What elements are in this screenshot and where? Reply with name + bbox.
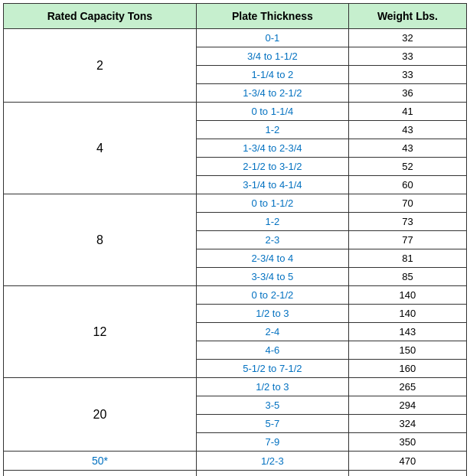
thickness-cell: 4-6: [196, 341, 348, 360]
weight-cell: 140: [348, 286, 466, 305]
thickness-cell: 2-1/2 to 3-1/2: [196, 158, 348, 176]
header-thickness: Plate Thickness: [196, 4, 348, 29]
weight-cell: 43: [348, 139, 466, 158]
thickness-cell: 0 to 2-1/2: [196, 286, 348, 305]
thickness-cell: 1-3/4 to 2-1/2: [196, 84, 348, 103]
weight-cell: 73: [348, 213, 466, 231]
table-row: 100*1/2-31350: [4, 471, 467, 477]
thickness-cell: 0 to 1-1/2: [196, 194, 348, 213]
capacity-table: Rated Capacity Tons Plate Thickness Weig…: [3, 3, 467, 476]
weight-cell: 265: [348, 378, 466, 396]
thickness-cell: 0-1: [196, 29, 348, 47]
weight-cell: 32: [348, 29, 466, 47]
capacity-cell: 8: [4, 194, 197, 286]
thickness-cell: 7-9: [196, 433, 348, 452]
thickness-cell: 1/2-3: [196, 452, 348, 471]
table-row: 120 to 2-1/2140: [4, 286, 467, 305]
capacity-cell: 20: [4, 378, 197, 452]
thickness-cell: 1-2: [196, 213, 348, 231]
weight-cell: 33: [348, 66, 466, 84]
weight-cell: 60: [348, 176, 466, 194]
weight-cell: 77: [348, 231, 466, 249]
weight-cell: 70: [348, 194, 466, 213]
capacity-cell: 12: [4, 286, 197, 378]
thickness-cell: 3/4 to 1-1/2: [196, 47, 348, 66]
weight-cell: 81: [348, 249, 466, 268]
weight-cell: 33: [348, 47, 466, 66]
thickness-cell: 3-3/4 to 5: [196, 268, 348, 286]
weight-cell: 52: [348, 158, 466, 176]
capacity-cell: 50*: [4, 452, 197, 471]
weight-cell: 1350: [348, 471, 466, 477]
table-row: 80 to 1-1/270: [4, 194, 467, 213]
table-row: 201/2 to 3265: [4, 378, 467, 396]
weight-cell: 470: [348, 452, 466, 471]
weight-cell: 294: [348, 396, 466, 415]
weight-cell: 160: [348, 360, 466, 378]
thickness-cell: 3-5: [196, 396, 348, 415]
thickness-cell: 1-2: [196, 121, 348, 139]
thickness-cell: 2-3/4 to 4: [196, 249, 348, 268]
thickness-cell: 2-4: [196, 323, 348, 341]
weight-cell: 140: [348, 305, 466, 323]
thickness-cell: 5-7: [196, 415, 348, 433]
capacity-cell: 100*: [4, 471, 197, 477]
thickness-cell: 1-1/4 to 2: [196, 66, 348, 84]
thickness-cell: 0 to 1-1/4: [196, 103, 348, 121]
capacity-cell: 2: [4, 29, 197, 103]
table-row: 40 to 1-1/441: [4, 103, 467, 121]
thickness-cell: 1/2 to 3: [196, 305, 348, 323]
thickness-cell: 3-1/4 to 4-1/4: [196, 176, 348, 194]
weight-cell: 43: [348, 121, 466, 139]
weight-cell: 36: [348, 84, 466, 103]
capacity-cell: 4: [4, 103, 197, 194]
thickness-cell: 5-1/2 to 7-1/2: [196, 360, 348, 378]
table-row: 50*1/2-3470: [4, 452, 467, 471]
thickness-cell: 1/2-3: [196, 471, 348, 477]
weight-cell: 41: [348, 103, 466, 121]
thickness-cell: 2-3: [196, 231, 348, 249]
weight-cell: 324: [348, 415, 466, 433]
weight-cell: 350: [348, 433, 466, 452]
weight-cell: 150: [348, 341, 466, 360]
weight-cell: 85: [348, 268, 466, 286]
thickness-cell: 1/2 to 3: [196, 378, 348, 396]
thickness-cell: 1-3/4 to 2-3/4: [196, 139, 348, 158]
weight-cell: 143: [348, 323, 466, 341]
header-weight: Weight Lbs.: [348, 4, 466, 29]
table-row: 20-132: [4, 29, 467, 47]
header-capacity: Rated Capacity Tons: [4, 4, 197, 29]
